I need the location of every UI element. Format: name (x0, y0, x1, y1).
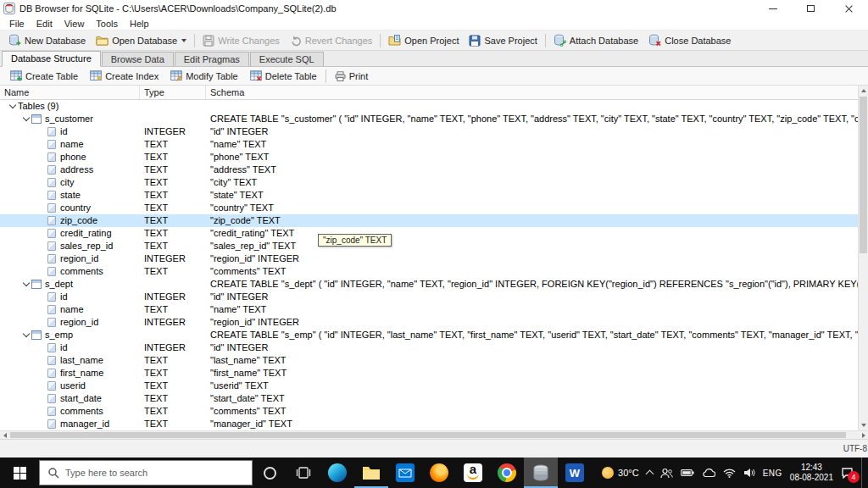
scroll-up-arrow-icon[interactable] (859, 86, 868, 96)
tree-row[interactable]: start_date TEXT "start_date" TEXT (0, 392, 868, 405)
close-button[interactable] (830, 0, 868, 17)
tree-row[interactable]: name TEXT "name" TEXT (0, 138, 868, 151)
minimize-button[interactable] (754, 0, 792, 17)
tab-browse-data[interactable]: Browse Data (102, 52, 174, 66)
tree-row[interactable]: region_id INTEGER "region_id" INTEGER (0, 316, 868, 329)
vertical-scroll-thumb[interactable] (860, 97, 867, 253)
new-database-label: New Database (25, 36, 86, 46)
expand-chevron-icon[interactable] (20, 329, 31, 341)
tree-row[interactable]: credit_rating TEXT "credit_rating" TEXT (0, 227, 868, 240)
menu-tools[interactable]: Tools (90, 19, 124, 29)
firefox-button[interactable] (422, 458, 456, 488)
tree-row[interactable]: comments TEXT "comments" TEXT (0, 405, 868, 418)
wifi-icon (723, 469, 736, 478)
network-tray-button[interactable] (723, 469, 736, 478)
volume-tray-button[interactable] (743, 468, 755, 478)
maximize-button[interactable] (792, 0, 830, 17)
onedrive-tray-button[interactable] (702, 469, 715, 478)
save-project-button[interactable]: Save Project (464, 33, 542, 48)
row-schema: "address" TEXT (206, 164, 868, 176)
tree-row[interactable]: Tables (9) (0, 100, 868, 113)
tree-row[interactable]: manager_id TEXT "manager_id" TEXT (0, 418, 868, 430)
attach-database-button[interactable]: Attach Database (548, 32, 643, 48)
horizontal-scroll-thumb[interactable] (10, 432, 846, 438)
new-database-button[interactable]: New Database (3, 32, 91, 48)
delete-table-button[interactable]: Delete Table (244, 69, 323, 82)
write-changes-button[interactable]: Write Changes (198, 33, 285, 48)
menu-view[interactable]: View (58, 19, 91, 29)
menu-help[interactable]: Help (124, 19, 155, 29)
tree-row[interactable]: city TEXT "city" TEXT (0, 176, 868, 189)
revert-changes-button[interactable]: Revert Changes (285, 33, 378, 48)
tree-row[interactable]: address TEXT "address" TEXT (0, 164, 868, 176)
db-browser-taskbar-button[interactable] (524, 458, 558, 488)
open-database-button[interactable]: Open Database (91, 32, 192, 48)
tree-row[interactable]: userid TEXT "userid" TEXT (0, 380, 868, 392)
cortana-button[interactable] (253, 458, 287, 488)
cortana-icon (264, 467, 276, 480)
tree-row[interactable]: country TEXT "country" TEXT (0, 202, 868, 214)
search-input[interactable] (65, 468, 244, 478)
tree-row[interactable]: id INTEGER "id" INTEGER (0, 291, 868, 303)
create-index-button[interactable]: Create Index (84, 69, 164, 82)
tree-row[interactable]: last_name TEXT "last_name" TEXT (0, 354, 868, 367)
tree-row[interactable]: phone TEXT "phone" TEXT (0, 151, 868, 164)
column-header-schema[interactable]: Schema (206, 86, 868, 99)
chrome-button[interactable] (490, 458, 524, 488)
tree-row[interactable]: zip_code TEXT "zip_code" TEXT (0, 214, 868, 227)
language-indicator[interactable]: ENG (763, 469, 782, 478)
scroll-right-arrow-icon[interactable] (859, 431, 868, 439)
tree-row[interactable]: id INTEGER "id" INTEGER (0, 125, 868, 138)
scroll-left-arrow-icon[interactable] (0, 431, 9, 439)
expand-chevron-icon[interactable] (20, 278, 31, 291)
vertical-scrollbar[interactable] (858, 86, 868, 430)
tree-row[interactable]: sales_rep_id TEXT "sales_rep_id" TEXT (0, 240, 868, 252)
open-database-dropdown-icon[interactable] (181, 39, 186, 42)
file-explorer-button[interactable] (354, 458, 388, 488)
encoding-status[interactable]: UTF-8 (843, 444, 867, 453)
tree-row[interactable]: s_dept CREATE TABLE "s_dept" ( "id" INTE… (0, 278, 868, 291)
tree-row[interactable]: name TEXT "name" TEXT (0, 303, 868, 316)
menu-edit[interactable]: Edit (31, 19, 58, 29)
taskbar-search[interactable] (39, 460, 253, 485)
word-button[interactable] (558, 458, 592, 488)
mail-button[interactable] (388, 458, 422, 488)
tree-row[interactable]: state TEXT "state" TEXT (0, 189, 868, 202)
tree-row[interactable]: s_emp CREATE TABLE "s_emp" ( "id" INTEGE… (0, 329, 868, 341)
create-table-button[interactable]: Create Table (4, 69, 84, 82)
taskbar-clock[interactable]: 12:43 08-08-2021 (790, 463, 833, 483)
weather-widget[interactable]: 30°C (602, 467, 639, 479)
show-desktop-button[interactable] (861, 458, 865, 488)
start-button[interactable] (0, 458, 39, 488)
tree-row[interactable]: region_id INTEGER "region_id" INTEGER (0, 252, 868, 265)
edge-button[interactable] (320, 458, 354, 488)
tree-column-headers: Name Type Schema (0, 86, 868, 100)
column-header-name[interactable]: Name (0, 86, 140, 99)
tab-edit-pragmas[interactable]: Edit Pragmas (175, 52, 249, 66)
row-type: TEXT (140, 138, 206, 151)
battery-tray-button[interactable] (681, 469, 694, 477)
row-type: INTEGER (140, 316, 206, 329)
hidden-icons-button[interactable] (647, 469, 653, 477)
tab-execute-sql[interactable]: Execute SQL (250, 52, 324, 66)
people-tray-button[interactable] (660, 468, 673, 479)
row-type (140, 329, 206, 341)
open-project-button[interactable]: Open Project (383, 32, 464, 48)
amazon-button[interactable] (456, 458, 490, 488)
expand-chevron-icon[interactable] (7, 100, 18, 113)
action-center-button[interactable]: 4 (841, 467, 854, 479)
column-header-type[interactable]: Type (140, 86, 206, 99)
modify-table-button[interactable]: Modify Table (164, 69, 244, 82)
horizontal-scrollbar[interactable] (0, 430, 868, 439)
print-button[interactable]: Print (329, 70, 375, 82)
tree-row[interactable]: id INTEGER "id" INTEGER (0, 341, 868, 354)
menu-file[interactable]: File (3, 19, 31, 29)
expand-chevron-icon[interactable] (20, 113, 31, 125)
tree-row[interactable]: s_customer CREATE TABLE "s_customer" ( "… (0, 113, 868, 125)
tree-row[interactable]: first_name TEXT "first_name" TEXT (0, 367, 868, 380)
tab-database-structure[interactable]: Database Structure (2, 51, 101, 67)
scroll-down-arrow-icon[interactable] (859, 420, 868, 430)
close-database-button[interactable]: Close Database (643, 32, 736, 48)
task-view-button[interactable] (287, 458, 320, 488)
tree-row[interactable]: comments TEXT "comments" TEXT (0, 265, 868, 278)
